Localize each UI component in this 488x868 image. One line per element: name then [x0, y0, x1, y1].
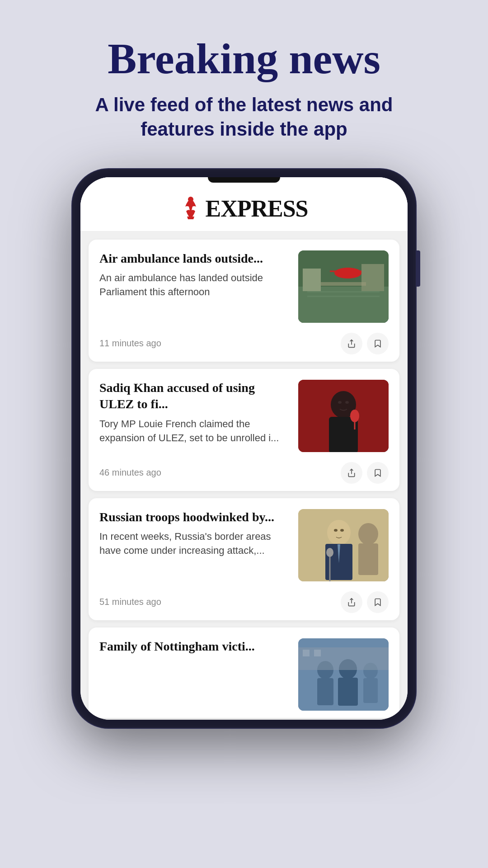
card-2-bookmark-button[interactable]	[367, 462, 389, 484]
svg-rect-39	[303, 650, 310, 656]
card-1-share-button[interactable]	[341, 333, 362, 354]
news-card-partial[interactable]: Family of Nottingham victi...	[89, 627, 399, 718]
svg-point-16	[350, 410, 359, 422]
svg-rect-11	[321, 282, 366, 286]
svg-rect-23	[358, 543, 378, 575]
svg-rect-1	[189, 210, 192, 217]
card-3-image	[298, 509, 389, 581]
card-2-image	[298, 380, 389, 452]
news-feed: Air ambulance lands outside... An air am…	[80, 231, 408, 718]
svg-rect-4	[307, 291, 380, 292]
card-1-time: 11 minutes ago	[99, 338, 161, 349]
svg-rect-37	[363, 678, 378, 703]
svg-rect-33	[317, 678, 333, 705]
card-2-summary: Tory MP Louie French claimed the expansi…	[99, 417, 291, 445]
phone-inner: EXPRESS Air ambulance lands outside... A…	[80, 177, 408, 720]
card-1-content: Air ambulance lands outside... An air am…	[99, 250, 389, 323]
card-1-summary: An air ambulance has landed outside Parl…	[99, 271, 291, 299]
svg-point-24	[327, 520, 351, 545]
card-2-share-button[interactable]	[341, 462, 362, 484]
news-card[interactable]: Russian troops hoodwinked by... In recen…	[89, 498, 399, 620]
page-header: Breaking news A live feed of the latest …	[18, 36, 470, 142]
express-logo-icon	[180, 197, 202, 220]
card-1-footer: 11 minutes ago	[99, 329, 389, 354]
svg-point-27	[340, 529, 344, 532]
news-card[interactable]: Sadiq Khan accused of using ULEZ to fi..…	[89, 369, 399, 491]
card-3-share-button[interactable]	[341, 591, 362, 613]
svg-rect-38	[298, 647, 389, 670]
page-title: Breaking news	[18, 36, 470, 82]
svg-rect-15	[329, 417, 358, 452]
svg-point-22	[358, 523, 378, 545]
card-4-text: Family of Nottingham victi...	[99, 638, 291, 711]
card-1-actions	[341, 333, 389, 354]
svg-rect-10	[361, 264, 384, 291]
card-2-footer: 46 minutes ago	[99, 458, 389, 484]
card-1-image	[298, 250, 389, 323]
svg-rect-9	[303, 269, 321, 291]
svg-rect-40	[314, 650, 321, 656]
svg-point-18	[338, 401, 342, 404]
page-subtitle: A live feed of the latest news and featu…	[86, 93, 402, 142]
express-logo-text: EXPRESS	[205, 195, 308, 222]
card-1-bookmark-button[interactable]	[367, 333, 389, 354]
card-3-text: Russian troops hoodwinked by... In recen…	[99, 509, 291, 581]
card-3-content: Russian troops hoodwinked by... In recen…	[99, 509, 389, 581]
card-1-text: Air ambulance lands outside... An air am…	[99, 250, 291, 323]
card-2-title: Sadiq Khan accused of using ULEZ to fi..…	[99, 380, 291, 413]
svg-point-29	[326, 548, 333, 557]
card-2-text: Sadiq Khan accused of using ULEZ to fi..…	[99, 380, 291, 452]
phone-mockup: EXPRESS Air ambulance lands outside... A…	[72, 169, 416, 728]
svg-point-19	[345, 401, 349, 404]
card-3-time: 51 minutes ago	[99, 597, 161, 607]
card-4-content: Family of Nottingham victi...	[99, 638, 389, 711]
svg-rect-35	[338, 678, 358, 706]
card-3-summary: In recent weeks, Russia's border areas h…	[99, 530, 291, 558]
card-3-title: Russian troops hoodwinked by...	[99, 509, 291, 525]
card-3-bookmark-button[interactable]	[367, 591, 389, 613]
svg-point-26	[334, 529, 338, 532]
phone-outer: EXPRESS Air ambulance lands outside... A…	[72, 169, 416, 728]
svg-rect-5	[307, 296, 380, 297]
card-2-actions	[341, 462, 389, 484]
card-4-title: Family of Nottingham victi...	[99, 638, 291, 655]
card-3-footer: 51 minutes ago	[99, 588, 389, 613]
card-3-actions	[341, 591, 389, 613]
phone-screen: EXPRESS Air ambulance lands outside... A…	[80, 177, 408, 720]
card-2-time: 46 minutes ago	[99, 467, 161, 478]
app-header: EXPRESS	[80, 177, 408, 231]
card-4-image	[298, 638, 389, 711]
card-2-content: Sadiq Khan accused of using ULEZ to fi..…	[99, 380, 389, 452]
svg-rect-7	[346, 268, 350, 278]
news-card[interactable]: Air ambulance lands outside... An air am…	[89, 240, 399, 362]
card-1-title: Air ambulance lands outside...	[99, 250, 291, 267]
express-logo: EXPRESS	[180, 195, 308, 222]
